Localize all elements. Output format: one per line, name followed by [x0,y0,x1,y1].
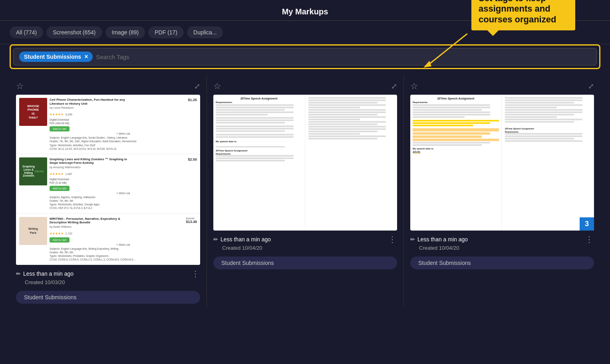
tpt-item-3-author: by Addie Williams [50,225,197,228]
card-1-edit: ✏ Less than a min ago [16,271,74,277]
card-1-time: Less than a min ago [23,271,74,277]
tpt-item-1-stars: ★★★★★ 3,099 [50,110,197,117]
card-1-footer-top: ✏ Less than a min ago ⋮ [16,269,200,278]
callout-arrow [419,34,475,70]
card-2-footer: ✏ Less than a min ago ⋮ Created 10/04/20 [213,231,397,255]
card-col-1: ☆ ⤢ WHOSEPHONEISTHIS? Cell Phone Charact… [10,75,207,308]
card-3-doc-preview: 20Time Speech Assignment Requirements: [410,95,594,231]
card-3-date: Created 10/04/20 [419,245,594,251]
card-2-tag-pill[interactable]: Student Submissions [213,257,397,269]
tpt-item-2-title: Graphing Lines and Killing Zombies ™ Gra… [50,157,129,165]
callout-text: Set tags to keep assignments and courses… [479,0,556,24]
cards-grid: ☆ ⤢ WHOSEPHONEISTHIS? Cell Phone Charact… [0,75,610,308]
card-2-date: Created 10/04/20 [222,245,397,251]
tpt-item-2-author: by Amazing Mathematics [50,166,197,169]
card-2-edit: ✏ Less than a min ago [213,236,271,243]
active-tag-chip[interactable]: Student Submissions × [19,52,93,62]
card-1-tag-pill[interactable]: Student Submissions [16,291,200,304]
pencil-icon-3[interactable]: ✏ [410,236,415,243]
card-2-doc-preview: 20Time Speech Assignment Requirements: [213,95,397,231]
tpt-item-1-meta: Subjects: English Language Arts, Social … [50,136,197,150]
tpt-item-3: WritingPack WRITING - Persuasive, Narrat… [16,214,200,265]
tpt-item-1-price: $1.25 [188,98,197,102]
tab-pdf[interactable]: PDF (17) [148,26,184,38]
tpt-card-1: WHOSEPHONEISTHIS? Cell Phone Characteriz… [16,95,200,265]
tpt-item-3-stars: ★★★★★ 1,720 [50,229,197,236]
search-bar: Student Submissions × [13,48,597,66]
card-3-time: Less than a min ago [417,236,468,243]
tpt-item-2-format: Digital DownloadPDF (5.34 MB) [50,177,197,185]
tpt-item-1-format: Digital DownloadPDF (406.06 KB) [50,118,197,125]
card-2-header: ☆ ⤢ [213,81,397,91]
card-1-header: ☆ ⤢ [16,81,200,91]
tab-screenshot[interactable]: Screenshot (654) [46,26,102,38]
tpt-item-1-details: Cell Phone Characterization, Fun Handout… [50,98,197,151]
card-3-more-menu[interactable]: ⋮ [585,235,594,244]
tpt-item-3-details: WRITING - Persuasive, Narrative, Exposit… [50,217,197,262]
tpt-item-3-wishlist[interactable]: + Wish List [50,243,197,246]
card-1-more-menu[interactable]: ⋮ [191,269,200,278]
pencil-icon-2[interactable]: ✏ [213,236,218,243]
card-1-external-icon[interactable]: ⤢ [194,82,200,91]
card-2-doc-title-1: 20Time Speech Assignment [216,97,302,100]
card-3-doc-page-1: 20Time Speech Assignment Requirements: [410,95,502,231]
card-3-footer-top: ✏ Less than a min ago ⋮ [410,235,594,244]
tpt-item-2: GraphingLines &KillingZombies DIGITAL Gr… [16,154,200,214]
tpt-item-1-add-cart[interactable]: Add to cart [50,126,70,131]
card-3-badge: 3 [580,217,594,231]
tpt-item-2-add-cart[interactable]: Add to cart [50,186,70,191]
search-input[interactable] [96,54,591,60]
card-1-star-icon[interactable]: ☆ [16,81,24,91]
tpt-item-1-author: by Laura Randazzo [50,106,197,109]
card-col-2: ☆ ⤢ 20Time Speech Assignment Requirement… [207,75,403,308]
card-1-footer: ✏ Less than a min ago ⋮ Created 10/03/20 [16,265,200,289]
card-2-external-icon[interactable]: ⤢ [391,82,397,91]
tpt-item-2-meta: Subjects: Algebra, Graphing, Halloween G… [50,195,197,210]
tpt-item-3-title: WRITING - Persuasive, Narrative, Exposit… [50,217,129,225]
tab-image[interactable]: Image (89) [105,26,145,38]
tab-all[interactable]: All (774) [10,26,43,38]
card-col-3: ☆ ⤢ 20Time Speech Assignment Requirement… [403,75,600,308]
svg-line-0 [427,34,467,66]
pencil-icon-1[interactable]: ✏ [16,271,21,277]
tpt-item-2-details: Graphing Lines and Killing Zombies ™ Gra… [50,157,197,210]
tpt-item-3-add-cart[interactable]: Add to cart [50,237,70,243]
tpt-item-3-original-price: $19.90 [186,217,197,220]
card-2-doc-page-2 [306,95,397,231]
card-2-more-menu[interactable]: ⋮ [388,235,397,244]
card-3-external-icon[interactable]: ⤢ [588,82,594,91]
tpt-item-2-stars: ★★★★★ 1,987 [50,169,197,177]
tpt-item-3-meta: Subjects: English Language Arts, Writing… [50,247,197,261]
card-2-time: Less than a min ago [221,236,271,243]
search-highlight-box: Student Submissions × Set tags to keep a… [10,44,600,69]
card-3-edit: ✏ Less than a min ago [410,236,468,243]
card-3-tag-pill[interactable]: Student Submissions [410,257,594,269]
tpt-thumb-3: WritingPack [19,217,47,245]
card-3-highlight-yellow [413,120,499,121]
card-3-doc-title-1: 20Time Speech Assignment [413,97,499,100]
card-2-doc-page-1: 20Time Speech Assignment Requirements: [213,95,305,231]
card-3-doc-page-2: 20Time Speech Assignment Requirements: [503,95,594,231]
tpt-thumb-2: GraphingLines &KillingZombies DIGITAL [19,157,47,185]
tpt-item-2-wishlist[interactable]: + Wish List [50,192,197,195]
svg-marker-1 [423,61,431,68]
tag-chip-label: Student Submissions [24,54,81,60]
card-3-footer: ✏ Less than a min ago ⋮ Created 10/04/20 [410,231,594,255]
tpt-item-2-price: $2.50 [188,157,197,161]
tpt-item-1-title: Cell Phone Characterization, Fun Handout… [50,98,129,105]
tpt-item-1-wishlist[interactable]: + Wish List [50,132,197,135]
card-3-header: ☆ ⤢ [410,81,594,91]
tpt-item-3-price: $13.49 [186,220,197,224]
callout-tooltip: Set tags to keep assignments and courses… [471,0,575,30]
card-2-footer-top: ✏ Less than a min ago ⋮ [213,235,397,244]
tag-chip-close-button[interactable]: × [84,54,88,60]
page-title: My Markups [282,7,328,16]
tab-duplicate[interactable]: Duplica... [187,26,223,38]
tpt-item-1: WHOSEPHONEISTHIS? Cell Phone Characteriz… [16,95,200,154]
tpt-thumb-1: WHOSEPHONEISTHIS? [19,98,47,126]
card-2-star-icon[interactable]: ☆ [213,81,221,91]
card-1-date: Created 10/03/20 [25,279,200,285]
card-3-highlight-orange [413,128,499,131]
card-3-star-icon[interactable]: ☆ [410,81,418,91]
